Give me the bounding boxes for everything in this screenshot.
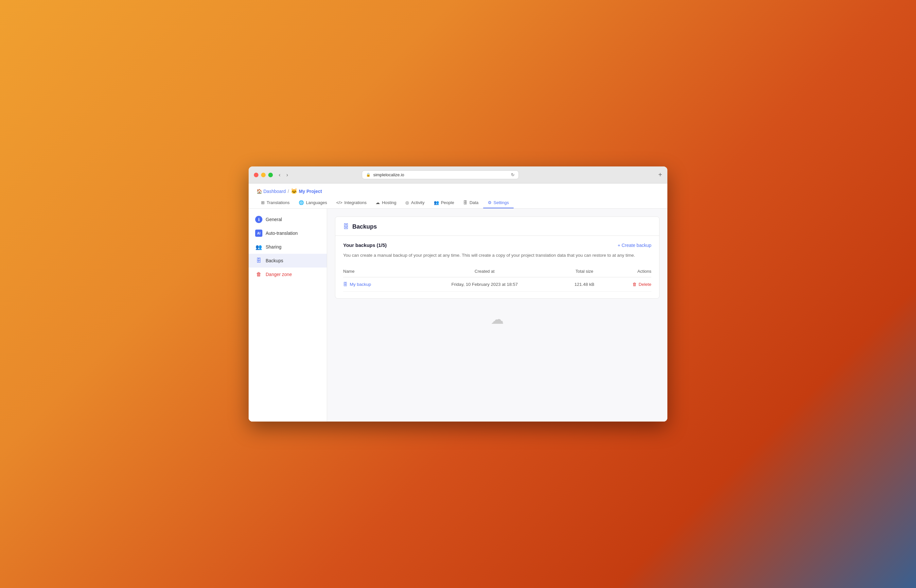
sidebar-item-auto-translation[interactable]: AI Auto-translation — [249, 226, 327, 240]
tab-hosting[interactable]: ☁ Hosting — [371, 197, 401, 208]
tab-data[interactable]: 🗄 Data — [459, 197, 483, 208]
hosting-icon: ☁ — [375, 200, 380, 205]
card-body: Your backups (1/5) + Create backup You c… — [335, 236, 659, 298]
col-actions: Actions — [607, 265, 651, 277]
delete-label: Delete — [639, 282, 651, 287]
cloud-decoration: ☁ — [335, 299, 660, 333]
traffic-light-green[interactable] — [268, 173, 273, 177]
address-bar[interactable]: 🔒 simplelocalize.io ↻ — [362, 170, 519, 179]
delete-button[interactable]: 🗑 Delete — [632, 282, 651, 287]
table-row: 🗄 My backup Friday, 10 February 2023 at … — [343, 277, 651, 291]
cloud-icon: ☁ — [491, 312, 504, 327]
reload-icon[interactable]: ↻ — [511, 172, 515, 177]
breadcrumb-separator: / — [288, 189, 289, 194]
backup-created-at-cell: Friday, 10 February 2023 at 18:57 — [408, 277, 562, 291]
backup-size-cell: 121.48 kB — [562, 277, 607, 291]
tab-integrations[interactable]: </> Integrations — [332, 197, 371, 208]
lock-icon: 🔒 — [366, 173, 371, 177]
tab-languages[interactable]: 🌐 Languages — [294, 197, 332, 208]
card-title: Backups — [352, 223, 377, 230]
settings-icon: ⚙ — [488, 200, 492, 205]
sidebar: ℹ General AI Auto-translation 👥 Sharing … — [249, 208, 327, 422]
traffic-light-red[interactable] — [254, 173, 259, 177]
tab-translations[interactable]: ⊞ Translations — [256, 197, 294, 208]
table-header-row: Name Created at Total size Actions — [343, 265, 651, 277]
auto-translation-icon: AI — [255, 229, 262, 237]
app-header: 🏠 Dashboard / 🐱 My Project ⊞ Translation… — [249, 184, 667, 208]
backup-name-cell: 🗄 My backup — [343, 277, 408, 291]
tab-activity-label: Activity — [411, 200, 424, 205]
browser-content: 🏠 Dashboard / 🐱 My Project ⊞ Translation… — [249, 184, 667, 422]
col-name: Name — [343, 265, 408, 277]
card-backups-icon: 🗄 — [343, 223, 349, 230]
sidebar-backups-label: Backups — [265, 258, 283, 263]
sidebar-item-general[interactable]: ℹ General — [249, 213, 327, 226]
main-content: 🗄 Backups Your backups (1/5) + Create ba… — [327, 208, 667, 422]
app-body: ℹ General AI Auto-translation 👥 Sharing … — [249, 208, 667, 422]
sharing-icon: 👥 — [255, 243, 262, 250]
backups-table: Name Created at Total size Actions — [343, 265, 651, 292]
backup-actions-cell: 🗑 Delete — [607, 277, 651, 291]
breadcrumb-project-label: My Project — [299, 189, 322, 194]
danger-zone-icon: 🗑 — [255, 271, 262, 278]
backup-name-link[interactable]: 🗄 My backup — [343, 282, 408, 287]
col-created-at: Created at — [408, 265, 562, 277]
tab-people-label: People — [441, 200, 454, 205]
back-button[interactable]: ‹ — [277, 171, 282, 179]
traffic-light-yellow[interactable] — [261, 173, 265, 177]
tab-settings-label: Settings — [494, 200, 509, 205]
traffic-lights — [254, 173, 273, 177]
breadcrumb-home[interactable]: 🏠 Dashboard — [256, 189, 286, 194]
browser-nav: ‹ › — [277, 171, 290, 179]
sidebar-item-danger-zone[interactable]: 🗑 Danger zone — [249, 268, 327, 281]
backups-card: 🗄 Backups Your backups (1/5) + Create ba… — [335, 216, 660, 299]
backup-name-text: My backup — [350, 282, 371, 287]
nav-tabs: ⊞ Translations 🌐 Languages </> Integrati… — [256, 197, 660, 208]
backups-header: Your backups (1/5) + Create backup — [343, 242, 651, 248]
tab-integrations-label: Integrations — [344, 200, 366, 205]
home-icon: 🏠 — [256, 189, 262, 194]
backup-link-icon: 🗄 — [343, 282, 348, 287]
browser-window: ‹ › 🔒 simplelocalize.io ↻ + 🏠 Dashboard … — [249, 166, 667, 422]
breadcrumb-home-label: Dashboard — [263, 189, 286, 194]
backups-count-heading: Your backups (1/5) — [343, 242, 387, 248]
tab-languages-label: Languages — [306, 200, 327, 205]
sidebar-general-label: General — [265, 217, 282, 222]
project-icon: 🐱 — [291, 188, 297, 194]
browser-chrome: ‹ › 🔒 simplelocalize.io ↻ + — [249, 166, 667, 184]
col-total-size: Total size — [562, 265, 607, 277]
tab-hosting-label: Hosting — [382, 200, 396, 205]
url-text: simplelocalize.io — [373, 172, 405, 177]
sidebar-sharing-label: Sharing — [265, 244, 282, 250]
sidebar-auto-translation-label: Auto-translation — [265, 231, 298, 236]
general-icon: ℹ — [255, 216, 262, 223]
backups-description: You can create a manual backup of your p… — [343, 252, 651, 259]
backups-icon: 🗄 — [255, 257, 262, 264]
tab-translations-label: Translations — [267, 200, 290, 205]
people-icon: 👥 — [434, 200, 439, 205]
tab-people[interactable]: 👥 People — [429, 197, 459, 208]
integrations-icon: </> — [336, 200, 343, 205]
sidebar-item-sharing[interactable]: 👥 Sharing — [249, 240, 327, 254]
sidebar-danger-zone-label: Danger zone — [265, 272, 292, 277]
tab-data-label: Data — [469, 200, 478, 205]
tab-settings[interactable]: ⚙ Settings — [483, 197, 514, 208]
breadcrumb: 🏠 Dashboard / 🐱 My Project — [256, 184, 660, 197]
activity-icon: ◎ — [405, 200, 409, 205]
create-backup-button[interactable]: + Create backup — [618, 243, 651, 248]
languages-icon: 🌐 — [299, 200, 304, 205]
translations-icon: ⊞ — [261, 200, 265, 205]
new-tab-button[interactable]: + — [658, 171, 662, 179]
delete-icon: 🗑 — [632, 282, 637, 287]
sidebar-item-backups[interactable]: 🗄 Backups — [249, 254, 327, 268]
card-header: 🗄 Backups — [335, 217, 659, 236]
tab-activity[interactable]: ◎ Activity — [401, 197, 429, 208]
data-icon: 🗄 — [463, 200, 468, 205]
forward-button[interactable]: › — [284, 171, 290, 179]
breadcrumb-project[interactable]: 🐱 My Project — [291, 188, 322, 194]
